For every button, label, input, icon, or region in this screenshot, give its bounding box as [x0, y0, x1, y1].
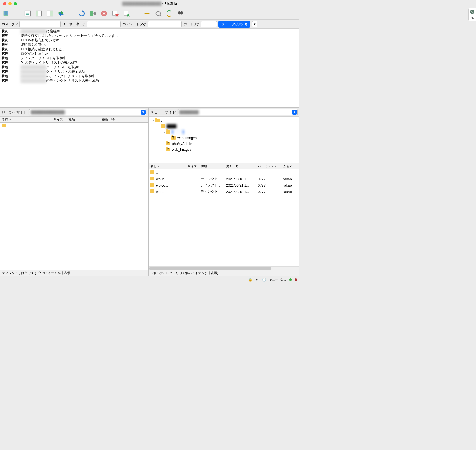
col-name[interactable]: 名前 — [0, 117, 52, 122]
remote-tree[interactable]: ▾/▾████▸████web_imagesphpMyAdminweb_imag… — [149, 117, 299, 163]
tree-item[interactable]: ▸████ — [149, 129, 299, 135]
remote-site-label: リモート サイト: — [150, 110, 176, 115]
port-label: ポート(P): — [183, 22, 199, 27]
local-list-header: 名前 サイズ 種類 更新日時 — [0, 117, 148, 123]
log-row: 状態:ログインしました — [2, 51, 298, 56]
user-label: ユーザー名(U): — [62, 22, 85, 27]
list-item[interactable]: .. — [0, 123, 148, 129]
local-site-label: ローカル サイト: — [2, 110, 28, 115]
quickconnect-bar: ホスト(H): ユーザー名(U): パスワード(W): ポート(P): クイック… — [0, 20, 299, 29]
titlebar: ████████████████ - FileZilla — [0, 0, 299, 7]
search-button[interactable] — [176, 9, 185, 18]
folder-unknown-icon — [166, 142, 170, 145]
log-row: 状態:証明書を検証中... — [2, 43, 298, 47]
cancel-button[interactable] — [99, 9, 109, 18]
lock-icon[interactable]: 🔒 — [248, 278, 252, 282]
tree-item[interactable]: ▾████ — [149, 123, 299, 129]
remote-status: 3 個のディレクトリ (17 個のアイテムが非表示) — [149, 270, 299, 276]
sync-browsing-button[interactable] — [165, 9, 174, 18]
svg-rect-8 — [36, 11, 38, 16]
svg-rect-3 — [25, 11, 31, 16]
password-label: パスワード(W): — [122, 22, 146, 27]
col-size[interactable]: サイズ — [187, 163, 199, 169]
user-input[interactable] — [87, 21, 121, 27]
password-input[interactable] — [148, 21, 182, 27]
list-item[interactable]: wp-in...ディレクトリ2021/03/18 1...0777takao — [149, 176, 299, 182]
log-row: 状態:████████に接続中... — [2, 29, 298, 34]
minimize-window-button[interactable] — [8, 2, 12, 5]
tree-item[interactable]: phpMyAdmin — [149, 141, 299, 146]
reconnect-button[interactable] — [122, 9, 131, 18]
bottom-bar: 🔒 ⚙ 🕓 キュー: なし — [0, 276, 299, 283]
zoom-window-button[interactable] — [14, 2, 17, 5]
activity-led-1 — [289, 278, 292, 281]
window-title: ████████████████ - FileZilla — [122, 2, 177, 6]
log-row: 状態:TLS 接続が確立されました。 — [2, 47, 298, 52]
quickconnect-dropdown[interactable]: ▾ — [252, 21, 257, 27]
col-modified[interactable]: 更新日時 — [100, 117, 148, 122]
main-toolbar — [0, 7, 299, 20]
list-item[interactable]: .. — [149, 169, 299, 176]
filezilla-window: ████████████████ - FileZilla ↻ "Ti ホスト(H… — [0, 0, 299, 283]
quickconnect-button[interactable]: クイック接続(Q) — [218, 21, 250, 28]
remote-site-combo[interactable]: ████████ ▼ — [178, 109, 298, 115]
log-row: 状態:████████クトリ リストの表示成功 — [2, 70, 298, 74]
col-owner[interactable]: 所有者 — [282, 163, 299, 169]
col-type[interactable]: 種類 — [199, 163, 224, 169]
col-size[interactable]: サイズ — [52, 117, 67, 122]
toggle-local-tree-button[interactable] — [34, 9, 44, 18]
folder-icon — [2, 124, 6, 127]
site-manager-button[interactable] — [2, 9, 12, 18]
col-type[interactable]: 種類 — [67, 117, 100, 122]
filter-button[interactable] — [142, 9, 152, 18]
main-split: ローカル サイト: ██████████████ ▼ 名前 サイズ 種類 更新日… — [0, 108, 299, 276]
message-log[interactable]: 状態:████████に接続中...状態:接続を確立しました。ウェルカム メッセ… — [0, 29, 299, 108]
log-row: 状態:接続を確立しました。ウェルカム メッセージを待っています... — [2, 34, 298, 38]
close-window-button[interactable] — [3, 2, 6, 5]
folder-icon — [161, 124, 165, 128]
tree-item[interactable]: web_images — [149, 135, 299, 141]
local-list[interactable]: .. — [0, 123, 148, 270]
clock-icon[interactable]: 🕓 — [262, 278, 266, 282]
toggle-queue-button[interactable] — [56, 9, 66, 18]
port-input[interactable] — [201, 21, 217, 27]
remote-list[interactable]: ..wp-in...ディレクトリ2021/03/18 1...0777takao… — [149, 169, 299, 266]
queue-label: キュー: なし — [269, 277, 287, 282]
folder-icon — [166, 130, 170, 134]
toggle-remote-tree-button[interactable] — [45, 9, 55, 18]
remote-list-header: 名前 サイズ 種類 更新日時 パーミッション 所有者 — [149, 163, 299, 169]
disconnect-button[interactable] — [110, 9, 120, 18]
col-name[interactable]: 名前 — [149, 163, 187, 169]
log-row: 状態:████████のディレクトリ リストの表示成功 — [2, 79, 298, 83]
list-item[interactable]: wp-co...ディレクトリ2021/03/21 1...0777takao — [149, 182, 299, 188]
tree-item[interactable]: ▾/ — [149, 117, 299, 123]
toggle-log-button[interactable] — [23, 9, 32, 18]
refresh-button[interactable] — [77, 9, 86, 18]
host-input[interactable] — [19, 21, 61, 27]
folder-unknown-icon — [171, 136, 176, 140]
window-controls — [0, 2, 17, 5]
process-queue-button[interactable] — [88, 9, 98, 18]
svg-line-19 — [160, 15, 161, 16]
gear-icon[interactable]: ⚙ — [255, 278, 259, 282]
remote-h-scrollbar[interactable] — [149, 266, 299, 270]
log-row: 状態:████████のディレクトリ リストを取得中... — [2, 74, 298, 79]
list-item[interactable]: wp-ad...ディレクトリ2021/03/18 1...0777takao — [149, 188, 299, 195]
log-row: 状態:████████クトリ リストを取得中... — [2, 65, 298, 70]
local-site-bar: ローカル サイト: ██████████████ ▼ — [0, 108, 148, 117]
col-perm[interactable]: パーミッション — [256, 163, 282, 169]
svg-point-18 — [156, 11, 160, 15]
svg-rect-10 — [50, 11, 53, 16]
directory-compare-button[interactable] — [153, 9, 163, 18]
remote-pane: リモート サイト: ████████ ▼ ▾/▾████▸████web_ima… — [149, 108, 299, 276]
log-row: 状態:ディレクトリ リストを取得中... — [2, 56, 298, 60]
activity-led-2 — [295, 278, 297, 281]
col-modified[interactable]: 更新日時 — [224, 163, 256, 169]
svg-rect-1 — [6, 11, 8, 15]
host-label: ホスト(H): — [2, 22, 18, 27]
tree-item[interactable]: web_images — [149, 146, 299, 152]
folder-icon — [155, 119, 160, 122]
folder-icon — [150, 183, 154, 187]
folder-unknown-icon — [166, 148, 170, 151]
local-site-combo[interactable]: ██████████████ ▼ — [29, 109, 146, 115]
